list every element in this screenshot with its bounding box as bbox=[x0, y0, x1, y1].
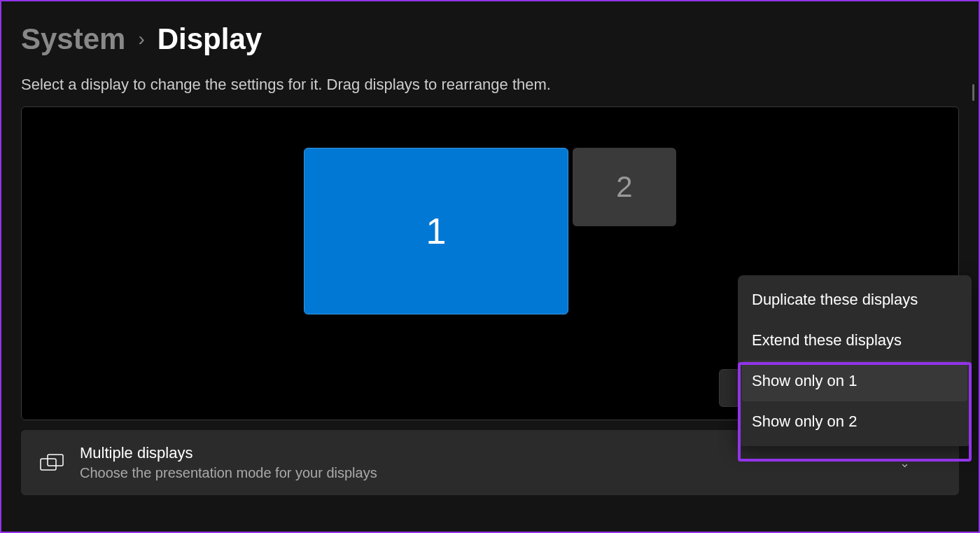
chevron-down-icon: ⌄ bbox=[899, 455, 910, 471]
chevron-right-icon: › bbox=[138, 28, 144, 50]
breadcrumb: System › Display bbox=[21, 22, 959, 56]
expander-subtitle: Choose the presentation mode for your di… bbox=[80, 465, 884, 481]
instructions-text: Select a display to change the settings … bbox=[21, 76, 959, 94]
dropdown-item-extend[interactable]: Extend these displays bbox=[742, 320, 967, 361]
scrollbar[interactable] bbox=[972, 84, 974, 101]
display-mode-dropdown: Duplicate these displays Extend these di… bbox=[738, 275, 972, 446]
dropdown-item-show-only-2[interactable]: Show only on 2 bbox=[742, 401, 967, 442]
breadcrumb-current: Display bbox=[158, 22, 262, 56]
displays-icon bbox=[39, 453, 64, 473]
expander-title: Multiple displays bbox=[80, 444, 884, 462]
svg-rect-0 bbox=[41, 459, 56, 470]
dropdown-item-duplicate[interactable]: Duplicate these displays bbox=[742, 279, 967, 320]
display-monitor-1[interactable]: 1 bbox=[304, 148, 568, 314]
breadcrumb-parent[interactable]: System bbox=[21, 22, 125, 56]
dropdown-item-show-only-1[interactable]: Show only on 1 bbox=[742, 361, 967, 401]
display-monitor-2[interactable]: 2 bbox=[573, 148, 676, 226]
svg-rect-1 bbox=[48, 455, 63, 466]
